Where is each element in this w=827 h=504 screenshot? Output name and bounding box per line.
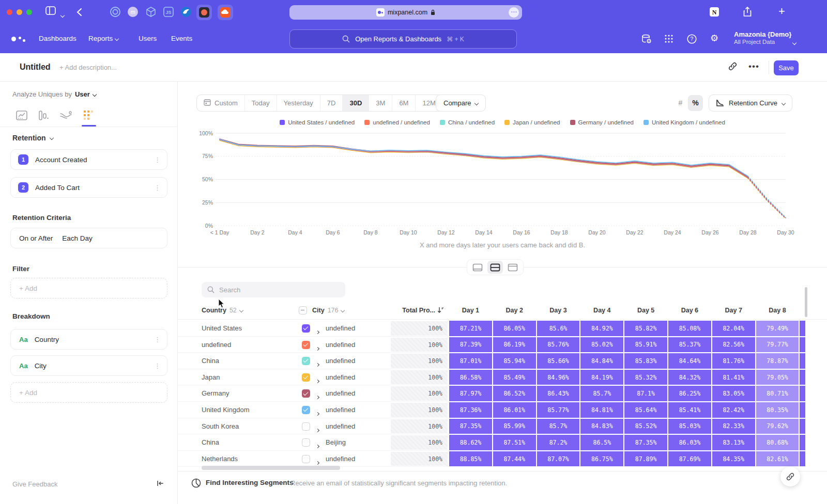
select-all-checkbox[interactable] [299, 306, 307, 314]
retention-cell[interactable]: 87.35% [624, 435, 667, 450]
retention-cell[interactable]: 87.39% [449, 337, 492, 353]
retention-cell[interactable]: 84.92% [580, 321, 623, 336]
nav-item-users[interactable]: Users [139, 35, 157, 42]
range-3m[interactable]: 3M [369, 95, 392, 111]
traffic-light-close[interactable] [7, 9, 12, 15]
retention-cell[interactable]: 85.52% [624, 419, 667, 434]
row-checkbox[interactable] [302, 438, 310, 447]
layout-split[interactable] [487, 261, 503, 274]
retention-cell[interactable]: 84.96% [537, 370, 580, 385]
retention-cell[interactable]: 84.19% [580, 370, 623, 385]
range-custom[interactable]: Custom [197, 95, 245, 111]
data-management-icon[interactable] [641, 34, 652, 46]
extension-cube-icon[interactable] [145, 6, 157, 20]
range-today[interactable]: Today [245, 95, 277, 111]
retention-cell[interactable]: 82.42% [712, 402, 755, 418]
retention-cell[interactable]: 86.01% [493, 402, 536, 418]
extension-js-icon[interactable]: JS [163, 6, 174, 20]
retention-cell[interactable]: 82.04% [712, 321, 755, 336]
retention-cell[interactable]: 87.44% [493, 451, 536, 467]
retention-cell[interactable]: 83.05% [712, 386, 755, 401]
criteria-card[interactable]: On or After Each Day [10, 228, 167, 248]
expand-chevron-icon[interactable] [316, 424, 319, 434]
extension-target-icon[interactable] [110, 6, 121, 20]
retention-chart[interactable]: 100%75%50%25%0%< 1 DayDay 2Day 4Day 6Day… [178, 129, 827, 239]
step-card-2[interactable]: 2 Added To Cart ⋮ [10, 177, 167, 198]
retention-cell[interactable]: 82.33% [712, 419, 755, 434]
retention-cell[interactable]: 85.77% [537, 402, 580, 418]
step-card-1[interactable]: 1 Account Created ⋮ [10, 149, 167, 170]
table-row[interactable]: Germanyundefined100%87.97%86.52%86.43%85… [178, 385, 827, 402]
row-checkbox[interactable] [302, 357, 310, 365]
row-checkbox[interactable] [302, 389, 310, 398]
row-checkbox[interactable] [302, 324, 310, 333]
tab-chevron-icon[interactable] [61, 10, 64, 19]
retention-cell[interactable]: 84.83% [580, 419, 623, 434]
expand-chevron-icon[interactable] [316, 457, 319, 466]
tab-retention[interactable] [83, 109, 96, 123]
retention-cell[interactable]: 85.82% [624, 321, 667, 336]
kebab-menu-icon[interactable]: ⋮ [154, 336, 161, 343]
retention-cell[interactable]: 81.76% [712, 353, 755, 369]
retention-cell[interactable]: 85.91% [624, 337, 667, 353]
retention-cell[interactable]: 78.87% [756, 353, 799, 369]
row-checkbox[interactable] [302, 455, 310, 463]
retention-cell[interactable]: 85.94% [493, 353, 536, 369]
breakdown-card-city[interactable]: Aa City ⋮ [10, 355, 167, 376]
extension-claude-icon[interactable] [196, 5, 212, 20]
retention-cell[interactable]: 85.02% [580, 337, 623, 353]
chart-type-select[interactable]: Retention Curve [709, 94, 792, 112]
total-column-header[interactable]: Total Pro... [391, 307, 435, 314]
nav-item-events[interactable]: Events [171, 35, 192, 42]
retention-cell[interactable]: 85.7% [580, 386, 623, 401]
nav-item-dashboards[interactable]: Dashboards [39, 35, 76, 42]
retention-cell[interactable]: 85.66% [537, 353, 580, 369]
retention-cell[interactable]: 88.62% [449, 435, 492, 450]
extension-bird-icon[interactable] [180, 6, 192, 20]
tab-funnels[interactable] [37, 109, 51, 123]
table-row[interactable]: Netherlandsundefined100%88.85%87.44%87.0… [178, 451, 827, 467]
retention-cell[interactable]: 87.01% [449, 353, 492, 369]
range-30d[interactable]: 30D [343, 95, 369, 111]
retention-cell[interactable]: 79.49% [756, 321, 799, 336]
more-actions-button[interactable]: ••• [748, 61, 759, 72]
table-row[interactable]: United Kingdomundefined100%87.36%86.01%8… [178, 402, 827, 418]
url-overflow-button[interactable]: ⋯ [509, 7, 519, 18]
day-header[interactable]: Day 7 [712, 307, 755, 314]
retention-cell[interactable]: 87.97% [449, 386, 492, 401]
retention-cell[interactable]: 85.64% [624, 402, 667, 418]
retention-cell[interactable]: 86.5% [580, 435, 623, 450]
layout-table-only[interactable] [505, 261, 520, 274]
expand-chevron-icon[interactable] [316, 326, 319, 336]
breakdown-add-button[interactable]: + Add [10, 382, 167, 403]
mixpanel-logo[interactable] [11, 37, 16, 41]
row-checkbox[interactable] [302, 406, 310, 414]
kebab-menu-icon[interactable]: ⋮ [154, 362, 161, 370]
retention-cell[interactable]: 85.37% [668, 337, 711, 353]
collapse-sidebar-icon[interactable] [156, 479, 164, 490]
new-tab-icon[interactable]: + [778, 5, 785, 18]
back-icon[interactable] [76, 8, 82, 19]
kebab-menu-icon[interactable]: ⋮ [154, 156, 161, 164]
retention-cell[interactable]: 87.51% [493, 435, 536, 450]
day-header[interactable]: Day 6 [668, 307, 711, 314]
filter-add-button[interactable]: + Add [10, 278, 167, 298]
retention-cell[interactable]: 81.41% [712, 370, 755, 385]
traffic-light-minimize[interactable] [17, 9, 22, 15]
city-column-header[interactable]: City176 [312, 307, 344, 314]
day-header[interactable]: Day 3 [537, 307, 580, 314]
legend-item[interactable]: undefined / undefined [364, 119, 430, 125]
retention-cell[interactable]: 87.2% [537, 435, 580, 450]
retention-cell[interactable]: 85.6% [537, 321, 580, 336]
legend-item[interactable]: Japan / undefined [504, 119, 560, 125]
retention-section-header[interactable]: Retention [12, 134, 53, 142]
breakdown-card-country[interactable]: Aa Country ⋮ [10, 329, 167, 350]
range-6m[interactable]: 6M [392, 95, 416, 111]
extension-m-icon[interactable]: m [127, 6, 139, 20]
nav-item-reports[interactable]: Reports [88, 35, 118, 42]
vertical-scrollbar[interactable] [805, 287, 807, 317]
layout-chart-only[interactable] [470, 261, 485, 274]
retention-cell[interactable]: 87.07% [537, 451, 580, 467]
table-search-input[interactable]: Search [202, 282, 345, 297]
retention-cell[interactable]: 82.56% [712, 337, 755, 353]
